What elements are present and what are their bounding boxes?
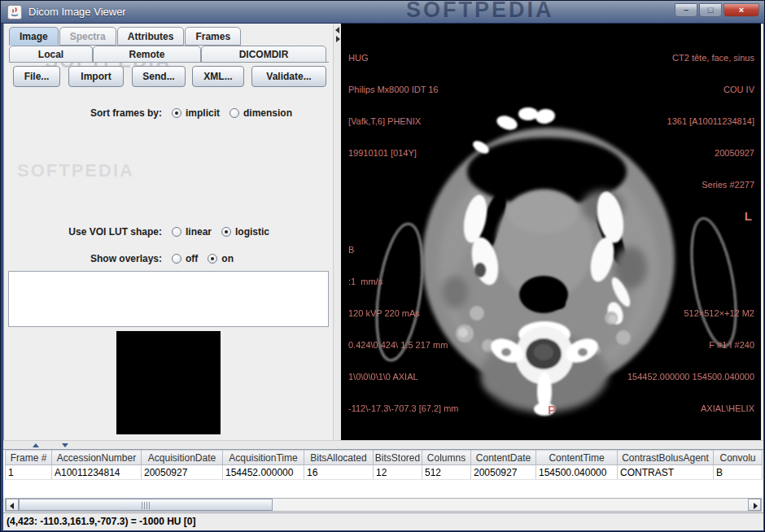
collapse-right-icon[interactable]: [336, 36, 340, 42]
col-contrast-bolus-agent[interactable]: ContrastBolusAgent: [618, 451, 714, 465]
col-columns[interactable]: Columns: [422, 451, 471, 465]
col-bits-allocated[interactable]: BitsAllocated: [304, 451, 374, 465]
overlays-row: Show overlays: off on: [4, 252, 333, 265]
watermark-text: SOFTPEDIA: [17, 160, 134, 181]
scrollbar-thumb[interactable]: [19, 499, 273, 511]
col-frame[interactable]: Frame #: [6, 451, 52, 465]
tab-remote[interactable]: Remote: [93, 46, 201, 63]
overlay-bottom-right: 512×512×+12 M2 F #1 I #240 154452.000000…: [627, 287, 754, 435]
col-content-time[interactable]: ContentTime: [536, 451, 618, 465]
toolbar: File... Import Send... XML... Validate..…: [4, 66, 333, 89]
source-tab-bar: Local Remote DICOMDIR: [9, 46, 326, 63]
radio-on[interactable]: [208, 254, 217, 264]
minimize-button[interactable]: –: [675, 3, 697, 17]
col-accession-number[interactable]: AccessionNumber: [52, 451, 142, 465]
java-app-icon: [7, 5, 22, 20]
col-convolution[interactable]: Convolu: [714, 451, 763, 465]
watermark-text: SOFTPEDIA: [406, 1, 554, 23]
sort-implicit-option[interactable]: implicit: [162, 107, 220, 119]
col-acquisition-date[interactable]: AcquisitionDate: [142, 451, 223, 465]
voi-lut-row: Use VOI LUT shape: linear logistic: [4, 225, 333, 238]
radio-dimension[interactable]: [230, 108, 239, 118]
import-button[interactable]: Import: [68, 66, 124, 87]
collapse-left-icon[interactable]: [335, 27, 339, 33]
table-row[interactable]: 1 A10011234814 20050927 154452.000000 16…: [6, 465, 763, 480]
voi-lut-label: Use VOI LUT shape:: [4, 226, 162, 238]
table-header-row: Frame # AccessionNumber AcquisitionDate …: [6, 451, 763, 465]
file-button[interactable]: File...: [13, 66, 60, 87]
horizontal-split-divider[interactable]: [3, 440, 763, 449]
overlays-off-option[interactable]: off: [162, 253, 198, 264]
tab-frames[interactable]: Frames: [185, 27, 241, 46]
col-content-date[interactable]: ContentDate: [471, 451, 536, 465]
radio-implicit[interactable]: [172, 108, 181, 118]
tab-underline: [9, 62, 329, 63]
overlay-top-right: CT2 tête, face, sinus COU IV 1361 [A1001…: [667, 32, 754, 211]
col-bits-stored[interactable]: BitsStored: [374, 451, 422, 465]
xml-button[interactable]: XML...: [192, 66, 244, 87]
attributes-table: Frame # AccessionNumber AcquisitionDate …: [5, 450, 763, 480]
title-bar[interactable]: SOFTPEDIA Dicom Image Viewer – □ ×: [1, 1, 764, 24]
voi-logistic-option[interactable]: logistic: [212, 226, 269, 238]
close-button[interactable]: ×: [723, 3, 759, 17]
sort-dimension-option[interactable]: dimension: [220, 107, 292, 119]
ct-image-viewport[interactable]: HUG Philips Mx8000 IDT 16 [Vafk,T,6] PHE…: [341, 24, 761, 440]
main-content: SOFTPEDIA SOFTPEDIA Image Spectra Attrib…: [3, 24, 763, 530]
maximize-button[interactable]: □: [699, 3, 722, 17]
send-button[interactable]: Send...: [132, 66, 186, 87]
tab-dicomdir[interactable]: DICOMDIR: [201, 46, 326, 63]
validate-button[interactable]: Validate...: [251, 66, 326, 87]
tab-attributes[interactable]: Attributes: [117, 27, 185, 46]
main-tab-bar: Image Spectra Attributes Frames: [9, 27, 242, 46]
table-horizontal-scrollbar[interactable]: [5, 498, 762, 512]
scroll-left-icon[interactable]: [6, 499, 19, 511]
attributes-table-zone: Frame # AccessionNumber AcquisitionDate …: [3, 449, 763, 498]
radio-linear[interactable]: [172, 227, 181, 237]
message-textarea[interactable]: [8, 271, 329, 327]
overlay-bottom-left: B :1 mm/s 120 kVP 220 mAs 0.424\0.424\ 1…: [348, 224, 459, 435]
frame-thumbnail[interactable]: [116, 331, 221, 434]
vertical-split-divider[interactable]: [333, 24, 341, 440]
tab-spectra[interactable]: Spectra: [59, 27, 116, 46]
tab-local[interactable]: Local: [9, 46, 93, 63]
sort-frames-row: Sort frames by: implicit dimension: [4, 107, 333, 120]
window-title: Dicom Image Viewer: [28, 6, 126, 18]
status-bar: (4,423: -110.3,161.9,-707.3) = -1000 HU …: [3, 512, 763, 530]
collapse-down-icon[interactable]: [62, 443, 68, 447]
tab-image[interactable]: Image: [9, 27, 59, 46]
app-window: SOFTPEDIA Dicom Image Viewer – □ × SOFTP…: [0, 0, 765, 532]
orientation-marker-left: L: [745, 209, 752, 223]
radio-off[interactable]: [172, 254, 181, 264]
radio-logistic[interactable]: [221, 227, 231, 237]
scroll-right-icon[interactable]: [748, 499, 761, 511]
collapse-up-icon[interactable]: [33, 443, 39, 447]
col-acquisition-time[interactable]: AcquisitionTime: [223, 451, 304, 465]
voi-linear-option[interactable]: linear: [162, 226, 212, 238]
overlays-on-option[interactable]: on: [198, 253, 234, 264]
sort-frames-label: Sort frames by:: [4, 107, 162, 119]
pixel-probe-status: (4,423: -110.3,161.9,-707.3) = -1000 HU …: [7, 516, 195, 527]
left-panel: SOFTPEDIA SOFTPEDIA Image Spectra Attrib…: [3, 24, 333, 440]
overlay-top-left: HUG Philips Mx8000 IDT 16 [Vafk,T,6] PHE…: [348, 32, 438, 180]
orientation-marker-posterior: P: [548, 403, 556, 416]
scrollbar-grip-icon: [142, 502, 150, 509]
overlays-label: Show overlays:: [4, 253, 162, 264]
